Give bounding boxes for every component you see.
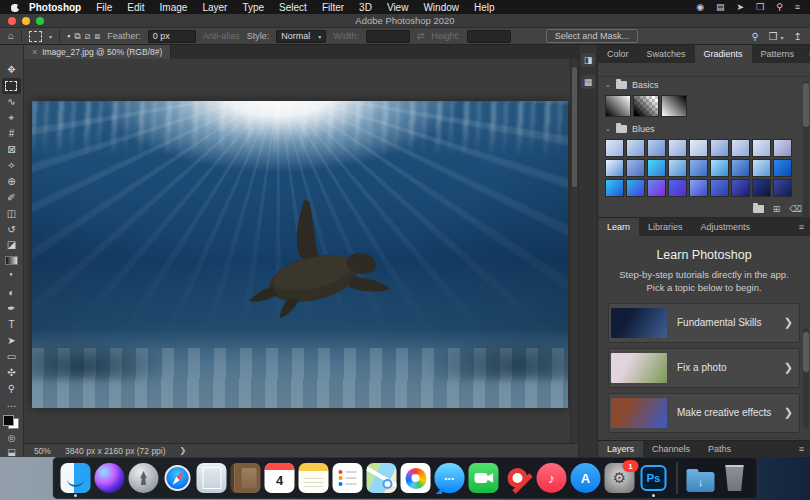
hand-tool[interactable]: ✣ xyxy=(2,364,21,380)
brush-tool[interactable]: ✐ xyxy=(2,189,21,205)
menu-edit[interactable]: Edit xyxy=(127,2,144,13)
crop-tool[interactable]: # xyxy=(2,126,21,142)
gradient-swatch[interactable] xyxy=(710,139,729,157)
history-panel-icon[interactable]: ◨ xyxy=(581,53,595,67)
dock-photoshop[interactable]: Ps xyxy=(639,463,669,493)
dock-facetime[interactable] xyxy=(469,463,499,493)
gradient-swatch[interactable] xyxy=(647,139,666,157)
search-icon[interactable]: ⚲ xyxy=(752,31,759,42)
frame-tool[interactable]: ⊠ xyxy=(2,142,21,158)
learn-item-fix-a-photo[interactable]: Fix a photo❯ xyxy=(608,348,800,388)
gradient-swatch[interactable] xyxy=(605,179,624,197)
dodge-tool[interactable]: ◐ xyxy=(2,285,21,301)
swap-dimensions-icon[interactable]: ⇄ xyxy=(417,31,425,41)
collapse-caret-icon[interactable]: ⌄ xyxy=(605,81,611,89)
document-image[interactable] xyxy=(32,101,568,408)
canvas[interactable] xyxy=(24,59,578,443)
gradient-swatch[interactable] xyxy=(633,95,659,117)
new-gradient-icon[interactable]: ⊞ xyxy=(773,204,781,214)
color-swatches[interactable] xyxy=(3,415,19,429)
path-selection-tool[interactable]: ➤ xyxy=(2,332,21,348)
dock-mail[interactable] xyxy=(197,463,227,493)
gradient-swatch[interactable] xyxy=(689,179,708,197)
dock-launchpad[interactable] xyxy=(129,463,159,493)
dock-safari[interactable] xyxy=(163,463,193,493)
menu-help[interactable]: Help xyxy=(474,2,495,13)
height-input[interactable] xyxy=(467,30,511,43)
canvas-scrollbar[interactable] xyxy=(570,59,578,443)
gradient-swatch[interactable] xyxy=(661,95,687,117)
dock-maps[interactable] xyxy=(367,463,397,493)
screen-mode-button[interactable]: ⬓ xyxy=(7,447,16,457)
menu-filter[interactable]: Filter xyxy=(322,2,344,13)
menu-3d[interactable]: 3D xyxy=(359,2,372,13)
gradient-swatch[interactable] xyxy=(710,159,729,177)
antialias-checkbox-label[interactable]: Anti-alias xyxy=(203,31,240,41)
type-tool[interactable]: T xyxy=(2,317,21,333)
apple-menu-icon[interactable] xyxy=(10,2,19,12)
dock-finder[interactable] xyxy=(61,463,91,493)
blur-tool[interactable]: ❜ xyxy=(2,269,21,285)
panel-menu-icon[interactable]: ≡ xyxy=(793,441,810,457)
gradient-swatch[interactable] xyxy=(731,139,750,157)
control-center-icon[interactable]: ≡ xyxy=(795,2,800,12)
status-chevron-icon[interactable]: ❯ xyxy=(180,446,187,455)
tab-learn[interactable]: Learn xyxy=(598,218,639,236)
pen-tool[interactable]: ✒ xyxy=(2,301,21,317)
gradient-swatch[interactable] xyxy=(668,159,687,177)
gradient-group-blues[interactable]: ⌄Blues xyxy=(598,121,810,137)
dock-contacts[interactable] xyxy=(231,463,261,493)
gradient-swatch[interactable] xyxy=(605,159,624,177)
gradient-swatch[interactable] xyxy=(773,179,792,197)
style-dropdown[interactable]: Normal ▾ xyxy=(276,30,326,43)
dock-trash[interactable] xyxy=(720,463,750,493)
menu-image[interactable]: Image xyxy=(160,2,188,13)
menu-photoshop[interactable]: Photoshop xyxy=(29,2,81,13)
gradient-swatch[interactable] xyxy=(752,179,771,197)
selection-bool-icon-0[interactable]: ▪ xyxy=(67,31,70,42)
dock-reminders[interactable] xyxy=(333,463,363,493)
tab-paths[interactable]: Paths xyxy=(699,441,740,457)
dock-siri[interactable] xyxy=(95,463,125,493)
tab-swatches[interactable]: Swatches xyxy=(638,45,695,63)
dock-appstore[interactable]: A xyxy=(571,463,601,493)
new-group-icon[interactable] xyxy=(753,205,764,213)
document-tab[interactable]: × Image_27.jpg @ 50% (RGB/8#) xyxy=(24,45,171,59)
gradient-swatch[interactable] xyxy=(647,179,666,197)
gradient-swatch[interactable] xyxy=(626,139,645,157)
close-tab-icon[interactable]: × xyxy=(32,47,37,57)
menu-select[interactable]: Select xyxy=(279,2,307,13)
clone-stamp-tool[interactable]: ◫ xyxy=(2,205,21,221)
tab-gradients[interactable]: Gradients xyxy=(695,45,752,63)
collapse-caret-icon[interactable]: ⌄ xyxy=(605,125,611,133)
tab-patterns[interactable]: Patterns xyxy=(752,45,804,63)
move-tool[interactable]: ✥ xyxy=(2,62,21,78)
panel-menu-icon[interactable]: ≡ xyxy=(793,218,810,236)
learn-scrollbar[interactable] xyxy=(803,328,809,428)
gradient-group-basics[interactable]: ⌄Basics xyxy=(598,77,810,93)
menu-file[interactable]: File xyxy=(96,2,112,13)
feather-input[interactable]: 0 px xyxy=(148,30,196,43)
dock-downloads[interactable] xyxy=(686,463,716,493)
history-brush-tool[interactable]: ↺ xyxy=(2,221,21,237)
menu-type[interactable]: Type xyxy=(242,2,264,13)
learn-item-make-creative-effects[interactable]: Make creative effects❯ xyxy=(608,393,800,433)
spotlight-icon[interactable]: ⚲ xyxy=(776,2,783,12)
menu-view[interactable]: View xyxy=(387,2,409,13)
home-icon[interactable]: ⌂ xyxy=(8,31,14,41)
keyboard-icon[interactable]: ▤ xyxy=(716,2,725,12)
dock-photos[interactable] xyxy=(401,463,431,493)
gradient-swatch[interactable] xyxy=(773,159,792,177)
eraser-tool[interactable]: ◪ xyxy=(2,237,21,253)
tool-preset-icon[interactable] xyxy=(29,31,42,42)
gradient-swatch[interactable] xyxy=(626,159,645,177)
object-selection-tool[interactable]: ⌖ xyxy=(2,110,21,126)
tab-color[interactable]: Color xyxy=(598,45,638,63)
marquee-tool[interactable] xyxy=(2,78,21,94)
workspace-switcher-icon[interactable]: ❒ ▾ xyxy=(769,31,784,42)
dock-music[interactable]: ♪ xyxy=(537,463,567,493)
share-icon[interactable]: ↥ xyxy=(794,31,802,42)
menu-layer[interactable]: Layer xyxy=(202,2,227,13)
gradient-swatch[interactable] xyxy=(668,179,687,197)
gradient-swatch[interactable] xyxy=(752,139,771,157)
